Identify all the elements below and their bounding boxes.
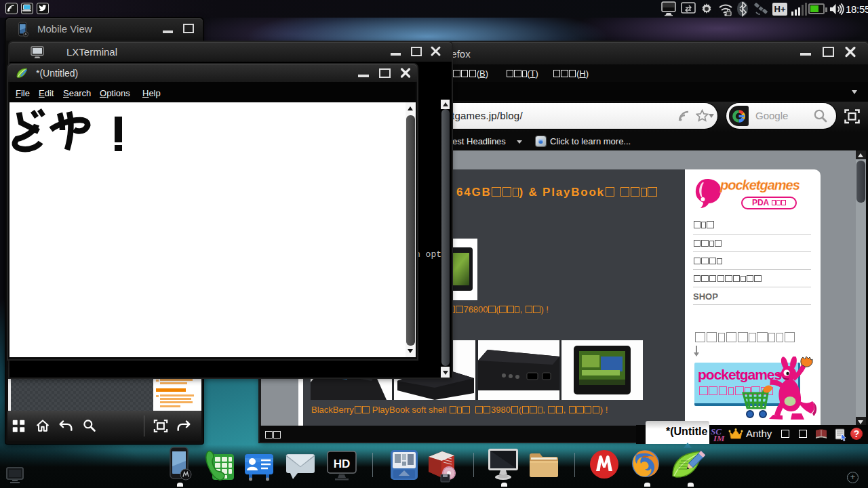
svg-text:HD: HD — [334, 458, 351, 470]
